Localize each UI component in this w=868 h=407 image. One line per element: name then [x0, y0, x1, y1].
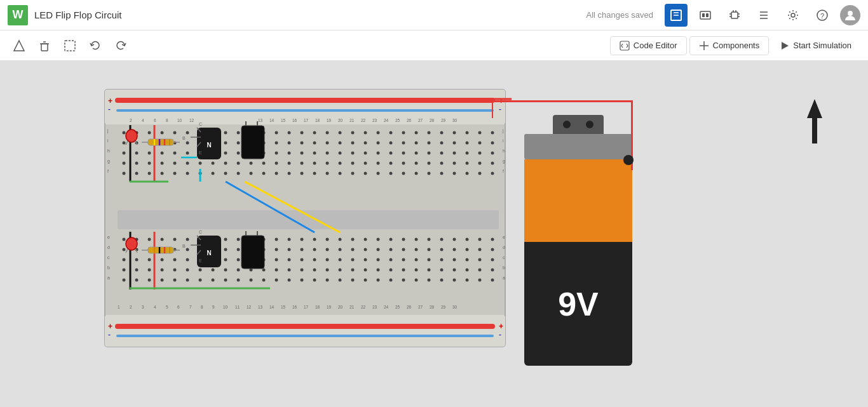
app-logo: W — [8, 5, 28, 25]
svg-text:+: + — [499, 322, 503, 331]
svg-text:17: 17 — [304, 118, 309, 123]
add-shape-btn[interactable] — [8, 34, 31, 57]
svg-text:21: 21 — [349, 305, 355, 309]
svg-text:12: 12 — [189, 118, 194, 123]
svg-text:3: 3 — [142, 305, 144, 309]
svg-text:-: - — [108, 330, 111, 339]
svg-text:j: j — [107, 128, 109, 133]
toolbar: Code Editor Components Start Simulation — [0, 30, 868, 61]
svg-text:26: 26 — [407, 118, 412, 123]
settings-btn[interactable] — [782, 4, 804, 27]
svg-rect-31 — [105, 315, 505, 347]
svg-text:f: f — [503, 169, 504, 173]
svg-text:4: 4 — [142, 118, 144, 123]
svg-text:a: a — [503, 276, 505, 280]
list-view-btn[interactable] — [752, 4, 775, 27]
svg-text:27: 27 — [418, 118, 423, 123]
svg-text:23: 23 — [372, 305, 377, 309]
pcb-view-btn[interactable] — [694, 4, 717, 27]
circuit-container[interactable]: + - + - + - + - j i h g f e d c b a — [98, 86, 512, 356]
svg-point-16 — [791, 13, 795, 17]
svg-text:4: 4 — [154, 305, 156, 309]
svg-text:20: 20 — [338, 118, 343, 123]
schematic-view-btn[interactable] — [665, 4, 688, 27]
svg-text:13: 13 — [258, 118, 263, 123]
svg-text:11: 11 — [235, 305, 240, 309]
svg-text:-: - — [108, 105, 111, 114]
svg-text:8: 8 — [201, 305, 203, 309]
svg-text:E: E — [199, 258, 202, 263]
svg-text:22: 22 — [361, 118, 366, 123]
svg-rect-24 — [65, 41, 75, 51]
svg-text:14: 14 — [269, 118, 275, 123]
svg-text:f: f — [107, 169, 109, 173]
select-all-btn[interactable] — [58, 34, 81, 57]
svg-text:B: B — [182, 136, 186, 140]
svg-rect-3 — [700, 11, 710, 19]
svg-rect-6 — [731, 12, 738, 18]
battery-voltage-label: 9V — [558, 285, 599, 323]
svg-text:N: N — [207, 250, 211, 257]
battery: 9V — [518, 115, 639, 369]
svg-text:16: 16 — [292, 305, 297, 309]
svg-text:d: d — [503, 245, 505, 250]
svg-text:C: C — [199, 230, 202, 234]
svg-text:28: 28 — [430, 305, 435, 309]
undo-btn[interactable] — [84, 34, 107, 57]
red-power-wire-top — [492, 100, 632, 102]
svg-text:27: 27 — [418, 305, 423, 309]
svg-text:1: 1 — [118, 305, 120, 309]
svg-text:6: 6 — [177, 305, 180, 309]
svg-text:5: 5 — [166, 305, 168, 309]
svg-text:a: a — [107, 276, 110, 280]
svg-text:30: 30 — [452, 305, 458, 309]
components-btn[interactable]: Components — [689, 36, 770, 55]
start-simulation-btn[interactable]: Start Simulation — [771, 37, 860, 54]
svg-text:25: 25 — [395, 118, 400, 123]
svg-text:c: c — [503, 255, 505, 260]
chip-view-btn[interactable] — [723, 4, 746, 27]
svg-text:+: + — [108, 97, 112, 105]
svg-text:18: 18 — [315, 118, 320, 123]
svg-point-135 — [126, 130, 137, 142]
svg-text:e: e — [503, 235, 505, 239]
svg-text:?: ? — [820, 12, 824, 20]
svg-text:h: h — [503, 149, 505, 153]
components-label: Components — [713, 41, 760, 50]
code-editor-label: Code Editor — [634, 41, 677, 50]
svg-point-19 — [848, 11, 853, 16]
svg-text:29: 29 — [441, 305, 446, 309]
svg-text:j: j — [502, 128, 504, 133]
svg-text:15: 15 — [281, 305, 286, 309]
svg-point-138 — [126, 237, 137, 250]
breadboard-svg: + - + - + - + - j i h g f e d c b a — [98, 86, 512, 353]
svg-text:16: 16 — [292, 118, 297, 123]
redo-btn[interactable] — [109, 34, 132, 57]
avatar-btn[interactable] — [840, 5, 860, 25]
svg-text:N: N — [207, 142, 211, 149]
svg-text:23: 23 — [372, 118, 377, 123]
help-btn[interactable]: ? — [811, 4, 834, 27]
svg-text:10: 10 — [223, 305, 228, 309]
arrow-up-icon — [807, 99, 822, 118]
svg-text:2: 2 — [130, 305, 132, 309]
arrow-indicator — [807, 99, 822, 143]
svg-marker-28 — [782, 42, 789, 50]
code-editor-btn[interactable]: Code Editor — [610, 36, 687, 55]
svg-text:7: 7 — [189, 305, 192, 309]
svg-text:14: 14 — [269, 305, 275, 309]
svg-text:9: 9 — [212, 305, 215, 309]
svg-rect-5 — [706, 13, 709, 17]
svg-text:c: c — [107, 255, 110, 260]
svg-text:-: - — [499, 105, 501, 114]
svg-rect-21 — [41, 44, 48, 51]
svg-rect-171 — [241, 126, 264, 159]
svg-text:15: 15 — [281, 118, 286, 123]
top-bar: W LED Flip Flop Circuit All changes save… — [0, 0, 868, 30]
delete-btn[interactable] — [33, 34, 56, 57]
svg-text:B: B — [182, 244, 186, 248]
svg-text:C: C — [199, 122, 202, 126]
svg-text:22: 22 — [361, 305, 366, 309]
main-canvas: + - + - + - + - j i h g f e d c b a — [0, 61, 868, 407]
svg-text:6: 6 — [154, 118, 156, 123]
